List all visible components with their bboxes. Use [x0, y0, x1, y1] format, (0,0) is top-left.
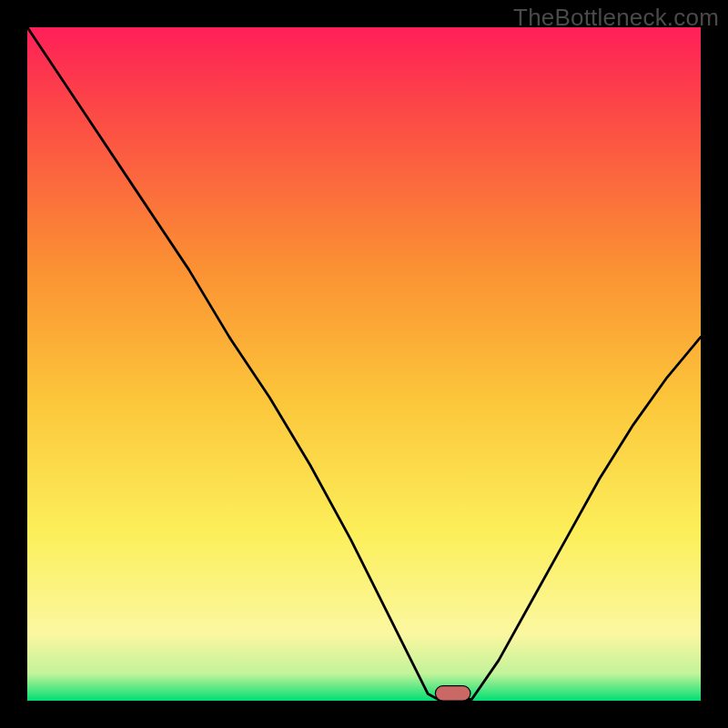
chart-svg: [27, 27, 701, 701]
chart-frame: TheBottleneck.com: [0, 0, 728, 728]
optimal-range-marker: [435, 686, 470, 701]
marker-group: [435, 686, 470, 701]
gradient-background: [27, 27, 701, 701]
plot-area: [27, 27, 701, 701]
